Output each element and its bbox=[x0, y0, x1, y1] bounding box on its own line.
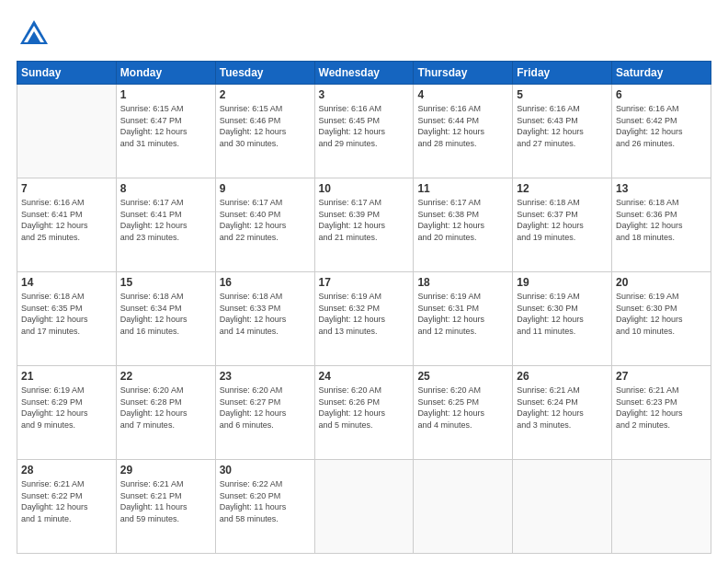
weekday-header: Saturday bbox=[612, 62, 711, 85]
calendar-cell: 28Sunrise: 6:21 AMSunset: 6:22 PMDayligh… bbox=[17, 460, 117, 554]
day-info: Sunrise: 6:20 AMSunset: 6:28 PMDaylight:… bbox=[120, 385, 211, 431]
calendar-table: SundayMondayTuesdayWednesdayThursdayFrid… bbox=[17, 61, 711, 554]
day-number: 24 bbox=[319, 370, 410, 383]
day-number: 20 bbox=[616, 276, 707, 289]
day-info: Sunrise: 6:19 AMSunset: 6:32 PMDaylight:… bbox=[319, 291, 410, 337]
day-number: 8 bbox=[120, 182, 211, 195]
calendar-week-row: 28Sunrise: 6:21 AMSunset: 6:22 PMDayligh… bbox=[17, 460, 711, 554]
weekday-header: Tuesday bbox=[215, 62, 314, 85]
calendar-cell: 14Sunrise: 6:18 AMSunset: 6:35 PMDayligh… bbox=[17, 272, 117, 366]
calendar-cell: 10Sunrise: 6:17 AMSunset: 6:39 PMDayligh… bbox=[314, 178, 414, 272]
day-number: 4 bbox=[417, 88, 508, 101]
day-number: 15 bbox=[120, 276, 211, 289]
calendar-cell bbox=[17, 85, 117, 178]
day-number: 21 bbox=[21, 370, 112, 383]
day-info: Sunrise: 6:18 AMSunset: 6:36 PMDaylight:… bbox=[616, 197, 707, 243]
calendar-cell: 13Sunrise: 6:18 AMSunset: 6:36 PMDayligh… bbox=[612, 178, 711, 272]
day-info: Sunrise: 6:17 AMSunset: 6:40 PMDaylight:… bbox=[220, 197, 311, 243]
day-number: 1 bbox=[120, 88, 211, 101]
calendar-cell: 2Sunrise: 6:15 AMSunset: 6:46 PMDaylight… bbox=[215, 85, 314, 178]
day-info: Sunrise: 6:21 AMSunset: 6:22 PMDaylight:… bbox=[21, 478, 112, 524]
day-info: Sunrise: 6:16 AMSunset: 6:43 PMDaylight:… bbox=[517, 103, 608, 149]
calendar-week-row: 7Sunrise: 6:16 AMSunset: 6:41 PMDaylight… bbox=[17, 178, 711, 272]
calendar-week-row: 21Sunrise: 6:19 AMSunset: 6:29 PMDayligh… bbox=[17, 366, 711, 460]
calendar-cell: 24Sunrise: 6:20 AMSunset: 6:26 PMDayligh… bbox=[314, 366, 414, 460]
calendar-header-row: SundayMondayTuesdayWednesdayThursdayFrid… bbox=[17, 62, 711, 85]
calendar-cell: 23Sunrise: 6:20 AMSunset: 6:27 PMDayligh… bbox=[215, 366, 314, 460]
calendar-cell: 25Sunrise: 6:20 AMSunset: 6:25 PMDayligh… bbox=[414, 366, 513, 460]
day-number: 22 bbox=[120, 370, 211, 383]
day-number: 30 bbox=[220, 464, 311, 477]
calendar-cell: 16Sunrise: 6:18 AMSunset: 6:33 PMDayligh… bbox=[215, 272, 314, 366]
day-number: 7 bbox=[21, 182, 112, 195]
day-number: 19 bbox=[517, 276, 608, 289]
weekday-header: Sunday bbox=[17, 62, 117, 85]
day-number: 18 bbox=[417, 276, 508, 289]
day-number: 28 bbox=[21, 464, 112, 477]
day-info: Sunrise: 6:19 AMSunset: 6:29 PMDaylight:… bbox=[21, 385, 112, 431]
calendar-cell bbox=[612, 460, 711, 554]
calendar-cell bbox=[513, 460, 612, 554]
calendar-cell: 9Sunrise: 6:17 AMSunset: 6:40 PMDaylight… bbox=[215, 178, 314, 272]
calendar-cell: 12Sunrise: 6:18 AMSunset: 6:37 PMDayligh… bbox=[513, 178, 612, 272]
day-number: 10 bbox=[319, 182, 410, 195]
calendar-cell: 29Sunrise: 6:21 AMSunset: 6:21 PMDayligh… bbox=[116, 460, 215, 554]
calendar-cell: 11Sunrise: 6:17 AMSunset: 6:38 PMDayligh… bbox=[414, 178, 513, 272]
weekday-header: Thursday bbox=[414, 62, 513, 85]
day-number: 26 bbox=[517, 370, 608, 383]
day-info: Sunrise: 6:21 AMSunset: 6:21 PMDaylight:… bbox=[120, 478, 211, 524]
calendar-cell: 8Sunrise: 6:17 AMSunset: 6:41 PMDaylight… bbox=[116, 178, 215, 272]
calendar-cell: 26Sunrise: 6:21 AMSunset: 6:24 PMDayligh… bbox=[513, 366, 612, 460]
day-info: Sunrise: 6:17 AMSunset: 6:41 PMDaylight:… bbox=[120, 197, 211, 243]
day-info: Sunrise: 6:20 AMSunset: 6:25 PMDaylight:… bbox=[417, 385, 508, 431]
calendar-cell: 19Sunrise: 6:19 AMSunset: 6:30 PMDayligh… bbox=[513, 272, 612, 366]
calendar-cell: 4Sunrise: 6:16 AMSunset: 6:44 PMDaylight… bbox=[414, 85, 513, 178]
calendar-cell: 18Sunrise: 6:19 AMSunset: 6:31 PMDayligh… bbox=[414, 272, 513, 366]
day-info: Sunrise: 6:18 AMSunset: 6:37 PMDaylight:… bbox=[517, 197, 608, 243]
day-info: Sunrise: 6:20 AMSunset: 6:26 PMDaylight:… bbox=[319, 385, 410, 431]
calendar-cell: 20Sunrise: 6:19 AMSunset: 6:30 PMDayligh… bbox=[612, 272, 711, 366]
calendar-cell: 21Sunrise: 6:19 AMSunset: 6:29 PMDayligh… bbox=[17, 366, 117, 460]
day-info: Sunrise: 6:18 AMSunset: 6:33 PMDaylight:… bbox=[220, 291, 311, 337]
day-number: 29 bbox=[120, 464, 211, 477]
day-info: Sunrise: 6:17 AMSunset: 6:38 PMDaylight:… bbox=[417, 197, 508, 243]
day-info: Sunrise: 6:21 AMSunset: 6:23 PMDaylight:… bbox=[616, 385, 707, 431]
day-info: Sunrise: 6:16 AMSunset: 6:44 PMDaylight:… bbox=[417, 103, 508, 149]
day-info: Sunrise: 6:22 AMSunset: 6:20 PMDaylight:… bbox=[220, 478, 311, 524]
day-number: 6 bbox=[616, 88, 707, 101]
calendar-cell: 27Sunrise: 6:21 AMSunset: 6:23 PMDayligh… bbox=[612, 366, 711, 460]
day-info: Sunrise: 6:19 AMSunset: 6:30 PMDaylight:… bbox=[517, 291, 608, 337]
weekday-header: Wednesday bbox=[314, 62, 414, 85]
weekday-header: Friday bbox=[513, 62, 612, 85]
day-info: Sunrise: 6:16 AMSunset: 6:41 PMDaylight:… bbox=[21, 197, 112, 243]
day-number: 5 bbox=[517, 88, 608, 101]
calendar-cell: 6Sunrise: 6:16 AMSunset: 6:42 PMDaylight… bbox=[612, 85, 711, 178]
day-info: Sunrise: 6:16 AMSunset: 6:42 PMDaylight:… bbox=[616, 103, 707, 149]
calendar-cell: 5Sunrise: 6:16 AMSunset: 6:43 PMDaylight… bbox=[513, 85, 612, 178]
calendar-cell: 17Sunrise: 6:19 AMSunset: 6:32 PMDayligh… bbox=[314, 272, 414, 366]
day-number: 25 bbox=[417, 370, 508, 383]
day-number: 2 bbox=[220, 88, 311, 101]
day-info: Sunrise: 6:20 AMSunset: 6:27 PMDaylight:… bbox=[220, 385, 311, 431]
day-number: 16 bbox=[220, 276, 311, 289]
calendar-cell: 30Sunrise: 6:22 AMSunset: 6:20 PMDayligh… bbox=[215, 460, 314, 554]
day-info: Sunrise: 6:18 AMSunset: 6:35 PMDaylight:… bbox=[21, 291, 112, 337]
day-info: Sunrise: 6:19 AMSunset: 6:30 PMDaylight:… bbox=[616, 291, 707, 337]
calendar-week-row: 1Sunrise: 6:15 AMSunset: 6:47 PMDaylight… bbox=[17, 85, 711, 178]
day-info: Sunrise: 6:21 AMSunset: 6:24 PMDaylight:… bbox=[517, 385, 608, 431]
day-info: Sunrise: 6:19 AMSunset: 6:31 PMDaylight:… bbox=[417, 291, 508, 337]
calendar-cell: 15Sunrise: 6:18 AMSunset: 6:34 PMDayligh… bbox=[116, 272, 215, 366]
calendar-cell: 7Sunrise: 6:16 AMSunset: 6:41 PMDaylight… bbox=[17, 178, 117, 272]
day-info: Sunrise: 6:17 AMSunset: 6:39 PMDaylight:… bbox=[319, 197, 410, 243]
calendar-cell bbox=[414, 460, 513, 554]
day-number: 11 bbox=[417, 182, 508, 195]
calendar-week-row: 14Sunrise: 6:18 AMSunset: 6:35 PMDayligh… bbox=[17, 272, 711, 366]
day-info: Sunrise: 6:15 AMSunset: 6:47 PMDaylight:… bbox=[120, 103, 211, 149]
day-info: Sunrise: 6:16 AMSunset: 6:45 PMDaylight:… bbox=[319, 103, 410, 149]
day-number: 17 bbox=[319, 276, 410, 289]
calendar-cell bbox=[314, 460, 414, 554]
header bbox=[17, 17, 711, 52]
day-info: Sunrise: 6:18 AMSunset: 6:34 PMDaylight:… bbox=[120, 291, 211, 337]
logo-icon bbox=[17, 17, 51, 52]
day-number: 12 bbox=[517, 182, 608, 195]
